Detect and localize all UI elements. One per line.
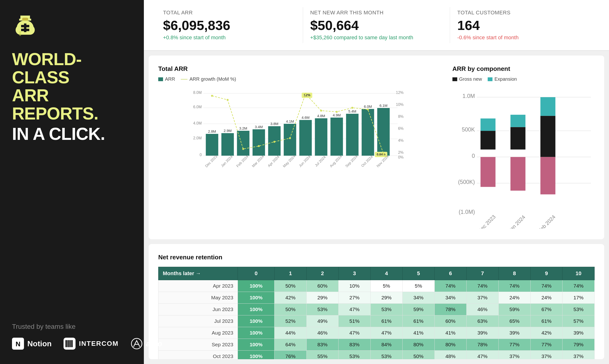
svg-text:(1.0M): (1.0M) — [459, 209, 475, 215]
value-cell: 51% — [339, 315, 371, 327]
value-cell: 79% — [563, 339, 595, 351]
svg-text:Jan 2024: Jan 2024 — [507, 214, 526, 229]
value-cell: 84% — [371, 339, 402, 351]
value-cell: 57% — [563, 315, 595, 327]
svg-point-73 — [367, 108, 369, 110]
svg-text:Aug 2024: Aug 2024 — [329, 154, 343, 168]
svg-rect-12 — [66, 340, 67, 347]
svg-point-72 — [351, 107, 353, 109]
col-10: 10 — [563, 267, 595, 280]
value-cell: 100% — [238, 327, 274, 339]
svg-text:Jan 2024: Jan 2024 — [220, 155, 234, 168]
value-cell: 47% — [339, 327, 371, 339]
cohort-cell: Jun 2023 — [158, 304, 238, 315]
value-cell: 47% — [467, 351, 498, 359]
value-cell: 29% — [371, 292, 402, 304]
value-cell: 53% — [563, 304, 595, 315]
svg-rect-6 — [21, 29, 29, 31]
value-cell: 74% — [467, 280, 498, 292]
value-cell: 49% — [306, 315, 338, 327]
svg-text:4.6M: 4.6M — [302, 116, 310, 119]
legend-growth: ARR growth (MoM %) — [181, 76, 236, 82]
value-cell: 41% — [434, 327, 466, 339]
total-arr-chart-title: Total ARR — [158, 65, 443, 73]
svg-rect-100 — [511, 115, 525, 127]
svg-text:0%: 0% — [398, 155, 403, 159]
svg-text:Feb 2024: Feb 2024 — [537, 214, 556, 229]
value-cell: 42% — [530, 327, 562, 339]
svg-rect-103 — [540, 97, 555, 116]
svg-point-69 — [304, 93, 306, 95]
svg-text:Apr 2024: Apr 2024 — [267, 155, 280, 168]
headline-line1: WORLD-CLASS — [12, 50, 132, 86]
value-cell: 34% — [434, 292, 466, 304]
svg-text:3.4M: 3.4M — [255, 125, 263, 129]
attio-icon — [131, 338, 143, 350]
value-cell: 74% — [563, 280, 595, 292]
legend-growth-label: ARR growth (MoM %) — [189, 76, 236, 82]
value-cell: 80% — [402, 339, 434, 351]
legend-expansion-box — [488, 77, 492, 81]
svg-point-63 — [211, 95, 213, 97]
value-cell: 41% — [402, 327, 434, 339]
svg-text:12%: 12% — [396, 91, 403, 95]
value-cell: 52% — [275, 315, 306, 327]
bar-chart-svg: 8.0M 6.0M 4.0M 2.0M 0 12% 10% 8% 6% 4% 2… — [158, 87, 443, 178]
svg-rect-97 — [481, 118, 495, 131]
legend-arr-box — [158, 77, 163, 81]
value-cell: 47% — [371, 327, 402, 339]
legend-expansion: Expansion — [488, 76, 517, 82]
svg-rect-55 — [346, 114, 359, 156]
table-header-row: Months later → 0 1 2 3 4 5 6 7 8 9 10 — [158, 267, 595, 280]
svg-text:5.4M: 5.4M — [348, 109, 356, 113]
value-cell: 78% — [434, 304, 466, 315]
svg-text:Mar 2024: Mar 2024 — [251, 155, 265, 168]
value-cell: 47% — [339, 304, 371, 315]
legend-gross-new-box — [452, 77, 457, 81]
svg-text:Dec 2023: Dec 2023 — [204, 154, 218, 168]
attio-logo: attio — [131, 338, 162, 350]
svg-text:6.0M: 6.0M — [364, 104, 372, 108]
value-cell: 53% — [306, 304, 338, 315]
svg-rect-102 — [540, 116, 555, 157]
value-cell: 64% — [275, 339, 306, 351]
svg-rect-5 — [21, 25, 29, 27]
svg-text:1.0M: 1.0M — [462, 93, 475, 99]
total-arr-chart: Total ARR ARR ARR growth (MoM %) 8.0M 6.… — [158, 65, 443, 230]
metric-total-arr-label: Total ARR — [163, 10, 296, 16]
metric-net-new-arr-label: Net new ARR this month — [310, 10, 443, 16]
svg-text:3.2M: 3.2M — [239, 126, 247, 130]
value-cell: 78% — [467, 339, 498, 351]
value-cell: 39% — [467, 327, 498, 339]
value-cell: 37% — [530, 351, 562, 359]
svg-point-70 — [320, 110, 322, 112]
chart-legend: ARR ARR growth (MoM %) — [158, 76, 443, 82]
value-cell: 53% — [371, 304, 402, 315]
value-cell: 46% — [467, 304, 498, 315]
svg-rect-53 — [330, 117, 343, 156]
svg-point-65 — [242, 148, 244, 150]
col-7: 7 — [467, 267, 498, 280]
svg-text:500K: 500K — [462, 126, 475, 133]
arr-component-svg: 1.0M 500K 0 (500K) (1.0M) — [452, 87, 595, 229]
attio-label: attio — [146, 339, 162, 348]
value-cell: 44% — [275, 327, 306, 339]
notion-label: Notion — [27, 339, 52, 348]
col-9: 9 — [530, 267, 562, 280]
cohort-cell: Oct 2023 — [158, 351, 238, 359]
svg-text:Sep 2024: Sep 2024 — [345, 154, 358, 168]
cohort-cell: Sep 2023 — [158, 339, 238, 351]
col-1: 1 — [275, 267, 306, 280]
arr-component-chart-title: ARR by component — [452, 65, 595, 73]
value-cell: 48% — [434, 351, 466, 359]
svg-text:0: 0 — [199, 153, 202, 157]
svg-rect-8 — [19, 31, 21, 36]
col-0: 0 — [238, 267, 274, 280]
value-cell: 83% — [306, 339, 338, 351]
value-cell: 100% — [238, 339, 274, 351]
metric-net-new-arr-change: +$35,260 compared to same day last month — [310, 35, 443, 41]
svg-point-74 — [382, 153, 384, 155]
svg-rect-47 — [299, 120, 312, 156]
svg-rect-39 — [237, 131, 249, 156]
table-row: May 2023100%42%29%27%29%34%34%37%24%24%1… — [158, 292, 595, 304]
